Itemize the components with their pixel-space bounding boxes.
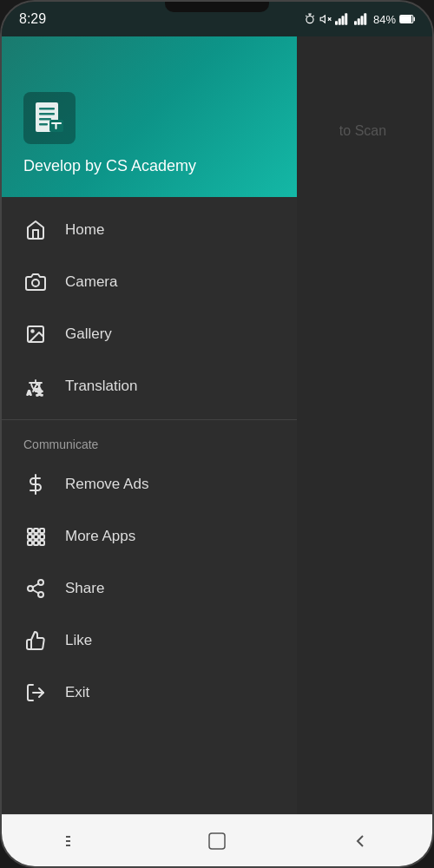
svg-rect-11 xyxy=(364,13,366,25)
home-label: Home xyxy=(65,221,104,239)
svg-rect-17 xyxy=(39,113,55,115)
gallery-svg xyxy=(25,324,46,345)
svg-point-25 xyxy=(31,330,34,332)
app-title: Develop by CS Academy xyxy=(23,157,275,175)
remove-ads-label: Remove Ads xyxy=(65,476,148,493)
signal-icon-2 xyxy=(354,13,370,25)
gallery-icon xyxy=(23,322,48,346)
main-content: to Scan xyxy=(2,36,432,814)
section-communicate: Communicate xyxy=(2,427,297,458)
nav-item-camera[interactable]: Camera xyxy=(2,256,297,308)
alarm-icon xyxy=(304,13,316,25)
svg-text:A: A xyxy=(27,390,31,396)
nav-item-like[interactable]: Like xyxy=(2,615,297,667)
thumbup-svg xyxy=(25,630,46,651)
drawer-nav: Home Camera xyxy=(2,197,297,814)
svg-rect-47 xyxy=(209,833,225,849)
exit-svg xyxy=(25,682,46,703)
translation-icon: A 文 xyxy=(23,374,48,398)
status-icons: 84% xyxy=(304,13,415,26)
back-arrow-icon xyxy=(350,831,371,852)
translation-label: Translation xyxy=(65,378,137,395)
exit-icon xyxy=(23,681,48,705)
svg-rect-22 xyxy=(56,122,57,129)
grid-svg xyxy=(25,526,46,547)
more-apps-label: More Apps xyxy=(65,528,135,545)
camera-icon xyxy=(23,270,48,294)
nav-item-share[interactable]: Share xyxy=(2,562,297,615)
svg-rect-5 xyxy=(339,18,341,25)
svg-point-23 xyxy=(32,279,39,286)
thumbup-icon xyxy=(23,628,48,653)
camera-label: Camera xyxy=(65,273,117,291)
battery-icon xyxy=(399,14,415,24)
svg-point-0 xyxy=(306,16,313,23)
menu-lines-icon xyxy=(63,831,84,852)
gallery-label: Gallery xyxy=(65,326,112,343)
svg-rect-33 xyxy=(34,535,38,539)
svg-rect-7 xyxy=(345,13,347,25)
svg-rect-30 xyxy=(34,529,38,533)
background-content: to Scan xyxy=(293,36,432,814)
mute-icon xyxy=(319,13,332,25)
dollar-icon xyxy=(23,472,48,496)
svg-rect-31 xyxy=(40,529,44,533)
home-circle-icon xyxy=(207,831,227,852)
battery-level: 84% xyxy=(373,13,396,26)
signal-icon xyxy=(335,13,351,25)
phone-frame: 8:29 84% xyxy=(0,0,434,868)
svg-rect-32 xyxy=(28,535,32,539)
nav-item-gallery[interactable]: Gallery xyxy=(2,308,297,360)
svg-rect-35 xyxy=(28,541,32,545)
nav-item-more-apps[interactable]: More Apps xyxy=(2,510,297,562)
svg-rect-6 xyxy=(341,16,344,25)
svg-marker-1 xyxy=(320,16,325,23)
translation-svg: A 文 xyxy=(25,376,46,397)
svg-rect-18 xyxy=(39,118,51,121)
nav-divider xyxy=(2,419,297,420)
home-icon xyxy=(23,218,48,242)
svg-rect-34 xyxy=(40,535,44,539)
grid-icon xyxy=(23,524,48,549)
bottom-nav xyxy=(2,814,432,866)
svg-rect-4 xyxy=(335,21,338,25)
nav-back-button[interactable] xyxy=(289,815,432,866)
svg-rect-16 xyxy=(39,108,55,110)
share-svg xyxy=(25,578,46,599)
svg-text:文: 文 xyxy=(36,389,43,396)
drawer-header: Develop by CS Academy xyxy=(2,36,297,197)
nav-item-exit[interactable]: Exit xyxy=(2,667,297,719)
bg-scan-text: to Scan xyxy=(339,123,386,139)
nav-home-button[interactable] xyxy=(145,815,288,866)
svg-rect-8 xyxy=(354,21,357,25)
svg-rect-9 xyxy=(358,18,360,25)
camera-svg xyxy=(25,272,46,293)
exit-label: Exit xyxy=(65,684,89,701)
app-logo xyxy=(23,92,76,144)
svg-rect-37 xyxy=(40,541,44,545)
svg-line-41 xyxy=(33,590,39,594)
nav-item-home[interactable]: Home xyxy=(2,204,297,256)
svg-rect-19 xyxy=(39,123,48,126)
svg-rect-14 xyxy=(401,16,411,23)
nav-item-remove-ads[interactable]: Remove Ads xyxy=(2,458,297,510)
status-bar: 8:29 84% xyxy=(2,2,432,36)
home-svg xyxy=(25,220,46,240)
svg-rect-29 xyxy=(28,529,32,533)
nav-item-translation[interactable]: A 文 Translation xyxy=(2,360,297,412)
like-label: Like xyxy=(65,632,92,649)
app-logo-icon xyxy=(30,99,69,137)
dollar-svg xyxy=(25,474,46,495)
status-time: 8:29 xyxy=(19,11,46,27)
svg-line-42 xyxy=(33,584,39,588)
share-label: Share xyxy=(65,580,104,597)
nav-menu-button[interactable] xyxy=(2,815,145,866)
share-icon xyxy=(23,576,48,601)
svg-rect-36 xyxy=(34,541,38,545)
navigation-drawer: Develop by CS Academy Home xyxy=(2,36,297,814)
svg-rect-10 xyxy=(360,16,363,25)
notch xyxy=(165,2,269,12)
